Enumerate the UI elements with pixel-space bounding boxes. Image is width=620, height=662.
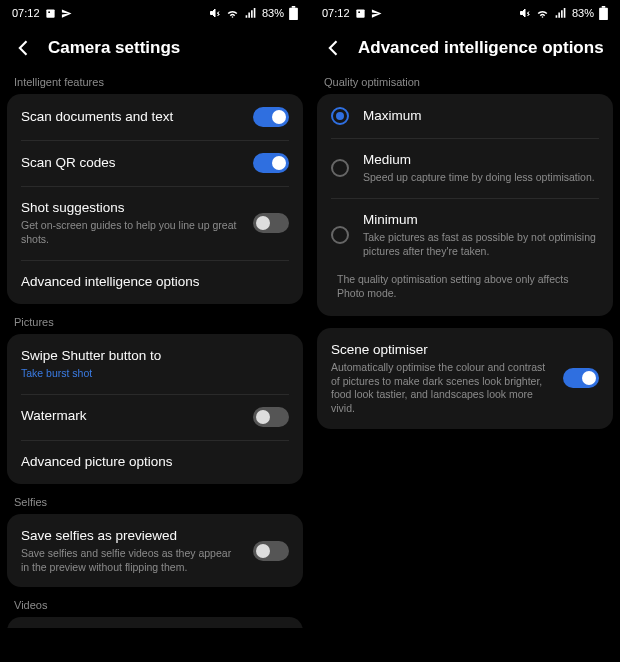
- phone-right: 07:12 83% Advanced intelligence options …: [310, 0, 620, 662]
- toggle-watermark[interactable]: [253, 407, 289, 427]
- page-title: Advanced intelligence options: [358, 38, 604, 58]
- radio-max[interactable]: [331, 107, 349, 125]
- section-label-videos: Videos: [0, 599, 310, 617]
- signal-icon: [554, 7, 567, 20]
- section-label-pictures: Pictures: [0, 316, 310, 334]
- status-bar: 07:12 83%: [0, 0, 310, 24]
- radio-med[interactable]: [331, 159, 349, 177]
- battery-icon: [289, 6, 298, 20]
- send-icon: [371, 8, 382, 19]
- wifi-icon: [536, 7, 549, 20]
- status-time: 07:12: [12, 7, 40, 19]
- header: Advanced intelligence options: [310, 24, 620, 76]
- section-label-selfies: Selfies: [0, 496, 310, 514]
- svg-point-5: [358, 11, 360, 13]
- radio-min[interactable]: [331, 226, 349, 244]
- section-label-quality: Quality optimisation: [310, 76, 620, 94]
- row-quality-min[interactable]: Minimum Take pictures as fast as possibl…: [317, 198, 613, 272]
- status-time: 07:12: [322, 7, 350, 19]
- svg-rect-6: [599, 8, 608, 20]
- svg-rect-4: [356, 9, 364, 17]
- row-quality-med[interactable]: Medium Speed up capture time by doing le…: [317, 138, 613, 198]
- row-advanced-picture[interactable]: Advanced picture options: [7, 440, 303, 484]
- row-scene-optimiser[interactable]: Scene optimiser Automatically optimise t…: [317, 328, 613, 429]
- status-battery: 83%: [572, 7, 594, 19]
- card-quality: Maximum Medium Speed up capture time by …: [317, 94, 613, 316]
- send-icon: [61, 8, 72, 19]
- card-pictures: Swipe Shutter button to Take burst shot …: [7, 334, 303, 484]
- back-icon[interactable]: [324, 38, 344, 58]
- row-swipe-shutter[interactable]: Swipe Shutter button to Take burst shot: [7, 334, 303, 394]
- row-shot-suggestions[interactable]: Shot suggestions Get on-screen guides to…: [7, 186, 303, 260]
- card-intelligent: Scan documents and text Scan QR codes Sh…: [7, 94, 303, 304]
- svg-rect-7: [602, 6, 606, 8]
- toggle-scan-qr[interactable]: [253, 153, 289, 173]
- phone-left: 07:12 83% Camera settings Intelligent fe…: [0, 0, 310, 662]
- toggle-scene-optimiser[interactable]: [563, 368, 599, 388]
- svg-rect-0: [46, 9, 54, 17]
- row-save-selfies[interactable]: Save selfies as previewed Save selfies a…: [7, 514, 303, 588]
- row-scan-qr[interactable]: Scan QR codes: [7, 140, 303, 186]
- back-icon[interactable]: [14, 38, 34, 58]
- card-selfies: Save selfies as previewed Save selfies a…: [7, 514, 303, 588]
- page-title: Camera settings: [48, 38, 180, 58]
- row-quality-max[interactable]: Maximum: [317, 94, 613, 138]
- toggle-save-selfies[interactable]: [253, 541, 289, 561]
- image-icon: [355, 8, 366, 19]
- wifi-icon: [226, 7, 239, 20]
- mute-icon: [519, 7, 531, 19]
- signal-icon: [244, 7, 257, 20]
- row-advanced-intelligence[interactable]: Advanced intelligence options: [7, 260, 303, 304]
- svg-rect-3: [292, 6, 296, 8]
- svg-point-1: [48, 11, 50, 13]
- status-battery: 83%: [262, 7, 284, 19]
- toggle-shot-suggestions[interactable]: [253, 213, 289, 233]
- card-videos: Auto FPS Use for 30 fps and 60 fps video…: [7, 617, 303, 628]
- svg-rect-2: [289, 8, 298, 20]
- toggle-scan-docs[interactable]: [253, 107, 289, 127]
- battery-icon: [599, 6, 608, 20]
- quality-note: The quality optimisation setting above o…: [317, 272, 613, 314]
- header: Camera settings: [0, 24, 310, 76]
- section-label-intelligent: Intelligent features: [0, 76, 310, 94]
- mute-icon: [209, 7, 221, 19]
- image-icon: [45, 8, 56, 19]
- row-scan-docs[interactable]: Scan documents and text: [7, 94, 303, 140]
- row-auto-fps[interactable]: Auto FPS Use for 30 fps and 60 fps video…: [7, 617, 303, 628]
- card-scene: Scene optimiser Automatically optimise t…: [317, 328, 613, 429]
- row-watermark[interactable]: Watermark: [7, 394, 303, 440]
- status-bar: 07:12 83%: [310, 0, 620, 24]
